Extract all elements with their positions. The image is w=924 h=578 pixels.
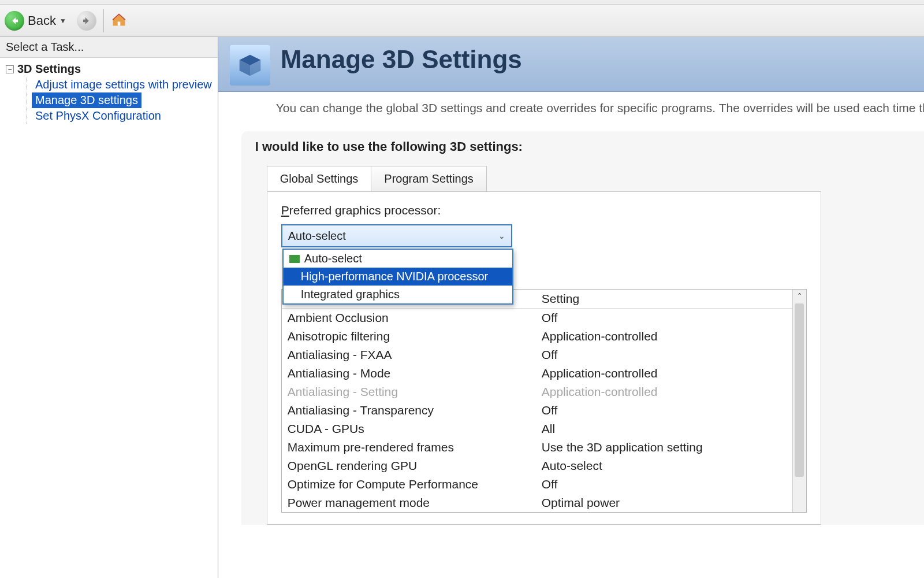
sidebar-item-manage-3d[interactable]: Manage 3D settings xyxy=(32,92,141,108)
setting-cell: All xyxy=(536,420,792,438)
main-panel: ▲ Manage 3D Settings Restore Defaults Yo… xyxy=(218,37,924,578)
setting-cell: Application-controlled xyxy=(536,327,792,346)
toolbar: Back ▼ xyxy=(0,5,924,37)
option-high-perf-nvidia[interactable]: High-performance NVIDIA processor xyxy=(284,268,512,286)
back-history-dropdown-icon[interactable]: ▼ xyxy=(59,17,66,25)
back-arrow-icon xyxy=(5,11,24,31)
setting-cell: Optimal power xyxy=(536,494,792,512)
setting-cell: Off xyxy=(536,346,792,364)
table-row[interactable]: Antialiasing - TransparencyOff xyxy=(282,401,792,420)
tab-global-body: Preferred graphics processor: Auto-selec… xyxy=(267,191,821,525)
feature-cell: Antialiasing - Transparency xyxy=(282,401,536,420)
scroll-up-icon[interactable]: ˄ xyxy=(795,290,804,303)
sidebar-title: Select a Task... xyxy=(0,37,218,58)
tab-program-settings[interactable]: Program Settings xyxy=(371,166,487,191)
back-label: Back xyxy=(28,13,56,28)
table-row[interactable]: OpenGL rendering GPUAuto-select xyxy=(282,457,792,475)
scroll-thumb[interactable] xyxy=(795,303,804,477)
task-sidebar: Select a Task... − 3D Settings Adjust im… xyxy=(0,37,218,578)
option-auto-select[interactable]: Auto-select xyxy=(284,250,512,268)
task-tree: − 3D Settings Adjust image settings with… xyxy=(0,58,218,127)
settings-section: I would like to use the following 3D set… xyxy=(241,131,924,525)
page-title: Manage 3D Settings xyxy=(281,45,924,74)
settings-table-container: Feature Setting Ambient OcclusionOffAnis… xyxy=(281,289,807,513)
sidebar-item-physx[interactable]: Set PhysX Configuration xyxy=(32,108,215,124)
processor-combobox[interactable]: Auto-select ⌄ Auto-select High-performan… xyxy=(281,224,512,247)
feature-cell: Antialiasing - Setting xyxy=(282,383,536,401)
table-row[interactable]: Antialiasing - FXAAOff xyxy=(282,346,792,364)
home-icon xyxy=(111,12,127,28)
setting-cell: Auto-select xyxy=(536,457,792,475)
table-row[interactable]: Power management modeOptimal power xyxy=(282,494,792,512)
settings-scrollbar[interactable]: ˄ xyxy=(792,290,806,512)
forward-button[interactable] xyxy=(77,11,96,31)
feature-cell: OpenGL rendering GPU xyxy=(282,457,536,475)
tree-node-label: 3D Settings xyxy=(17,62,81,76)
option-integrated-graphics[interactable]: Integrated graphics xyxy=(284,286,512,303)
setting-cell: Off xyxy=(536,475,792,494)
chevron-down-icon: ⌄ xyxy=(498,231,505,240)
table-row[interactable]: Maximum pre-rendered framesUse the 3D ap… xyxy=(282,438,792,457)
forward-arrow-icon xyxy=(81,16,92,26)
menu-bar-stub xyxy=(0,0,924,5)
nvidia-chip-icon xyxy=(289,255,300,263)
column-header-setting[interactable]: Setting xyxy=(536,290,792,308)
settings-table: Feature Setting Ambient OcclusionOffAnis… xyxy=(282,290,792,512)
setting-cell: Off xyxy=(536,309,792,327)
table-row[interactable]: Ambient OcclusionOff xyxy=(282,309,792,327)
tab-global-settings[interactable]: Global Settings xyxy=(267,166,372,191)
feature-cell: Antialiasing - Mode xyxy=(282,364,536,383)
feature-cell: Maximum pre-rendered frames xyxy=(282,438,536,457)
feature-cell: CUDA - GPUs xyxy=(282,420,536,438)
feature-cell: Optimize for Compute Performance xyxy=(282,475,536,494)
table-row[interactable]: Optimize for Compute PerformanceOff xyxy=(282,475,792,494)
tabs: Global Settings Program Settings xyxy=(267,166,924,191)
tree-node-3d-settings[interactable]: − 3D Settings xyxy=(2,61,215,77)
feature-cell: Power management mode xyxy=(282,494,536,512)
page-description: You can change the global 3D settings an… xyxy=(218,92,924,120)
combobox-value: Auto-select xyxy=(288,229,346,243)
setting-cell: Off xyxy=(536,401,792,420)
feature-cell: Antialiasing - FXAA xyxy=(282,346,536,364)
back-button[interactable]: Back ▼ xyxy=(5,11,71,31)
toolbar-separator xyxy=(103,9,104,32)
setting-cell: Use the 3D application setting xyxy=(536,438,792,457)
setting-cell: Application-controlled xyxy=(536,383,792,401)
table-row[interactable]: Antialiasing - SettingApplication-contro… xyxy=(282,383,792,401)
processor-label: Preferred graphics processor: xyxy=(281,203,807,217)
feature-cell: Ambient Occlusion xyxy=(282,309,536,327)
table-row[interactable]: CUDA - GPUsAll xyxy=(282,420,792,438)
processor-dropdown-list: Auto-select High-performance NVIDIA proc… xyxy=(282,249,513,305)
feature-cell: Anisotropic filtering xyxy=(282,327,536,346)
section-intro: I would like to use the following 3D set… xyxy=(255,139,924,154)
page-header: Manage 3D Settings Restore Defaults xyxy=(218,37,924,92)
collapse-icon[interactable]: − xyxy=(6,65,14,73)
table-row[interactable]: Anisotropic filteringApplication-control… xyxy=(282,327,792,346)
setting-cell: Application-controlled xyxy=(536,364,792,383)
table-row[interactable]: Antialiasing - ModeApplication-controlle… xyxy=(282,364,792,383)
home-button[interactable] xyxy=(111,12,127,30)
manage-3d-icon xyxy=(230,45,270,86)
sidebar-item-adjust-image[interactable]: Adjust image settings with preview xyxy=(32,77,215,92)
